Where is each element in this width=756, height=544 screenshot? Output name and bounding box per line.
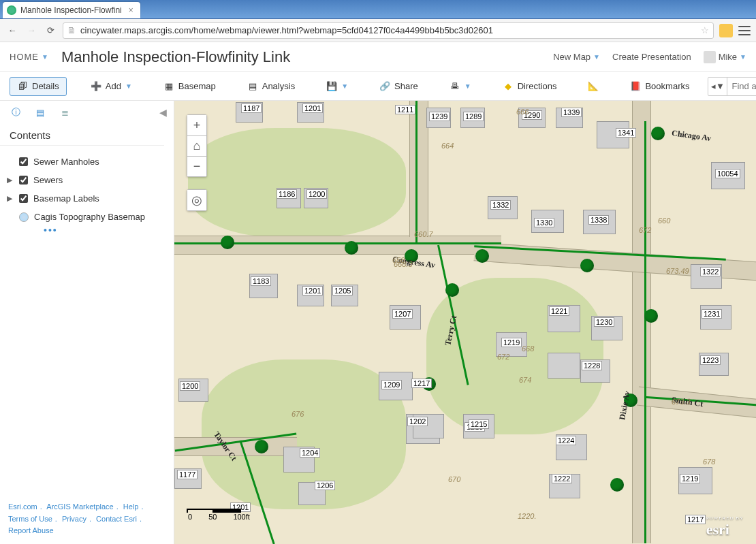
forward-button[interactable]: → xyxy=(25,24,38,37)
expand-icon[interactable]: ▶ xyxy=(7,176,12,185)
directions-icon: ◆ xyxy=(503,81,514,92)
manhole-marker[interactable] xyxy=(255,440,268,453)
bookmarks-button[interactable]: 📕Bookmarks xyxy=(623,77,697,96)
address-label: 1183 xyxy=(251,276,271,286)
save-button[interactable]: 💾▼ xyxy=(319,77,356,96)
footer-link[interactable]: ArcGIS Marketplace xyxy=(46,502,113,511)
browser-tab[interactable]: Manhole Inspection-Flowfini × xyxy=(3,2,140,18)
map-toolbar: 🗐Details ➕Add▼ ▦Basemap ▤Analysis 💾▼ 🔗Sh… xyxy=(0,72,756,101)
basemap-button[interactable]: ▦Basemap xyxy=(156,77,223,96)
manhole-marker[interactable] xyxy=(445,283,459,297)
create-presentation-link[interactable]: Create Presentation xyxy=(612,52,691,62)
new-map-menu[interactable]: New Map▼ xyxy=(553,52,600,62)
layer-options-ellipsis[interactable]: ••• xyxy=(0,225,174,236)
measure-icon: 📐 xyxy=(588,81,599,92)
address-label: 673.3 xyxy=(670,398,692,406)
home-extent-button[interactable]: ⌂ xyxy=(187,135,206,156)
back-button[interactable]: ← xyxy=(5,24,19,37)
address-label: 670 xyxy=(447,475,462,483)
address-label: 1220. xyxy=(516,512,538,520)
search-box: ◂▼ xyxy=(708,77,756,96)
address-label: 10054 xyxy=(715,169,740,178)
address-label: 1202 xyxy=(407,417,428,426)
close-tab-icon[interactable]: × xyxy=(129,5,133,15)
address-label: 1239 xyxy=(429,112,450,121)
search-scope-dropdown[interactable]: ◂▼ xyxy=(708,78,727,95)
address-label: 1200 xyxy=(180,381,200,391)
extension-icon[interactable] xyxy=(719,24,733,37)
address-label: 1222 xyxy=(552,474,572,483)
reload-button[interactable]: ⟳ xyxy=(44,24,57,37)
analysis-icon: ▤ xyxy=(247,81,258,92)
zoom-control: + ⌂ − xyxy=(187,114,207,177)
layer-sewers[interactable]: ▶ Sewers xyxy=(0,171,174,189)
footer-link[interactable]: Report Abuse xyxy=(8,526,54,534)
zoom-out-button[interactable]: − xyxy=(187,156,206,176)
measure-button[interactable]: 📐 xyxy=(580,77,606,96)
content-icon[interactable]: ▤ xyxy=(34,106,46,118)
analysis-button[interactable]: ▤Analysis xyxy=(240,77,302,96)
bookmark-star-icon[interactable]: ☆ xyxy=(701,25,709,35)
layer-sewer-manholes[interactable]: Sewer Manholes xyxy=(0,153,174,171)
address-label: 1338 xyxy=(588,215,609,225)
browser-toolbar: ← → ⟳ 🗎 cincywater.maps.arcgis.com/home/… xyxy=(0,19,756,42)
scale-bar: 0 50 100ft xyxy=(187,509,250,521)
manhole-marker[interactable] xyxy=(610,478,624,492)
legend-icon[interactable]: ≣ xyxy=(59,106,71,118)
manhole-marker[interactable] xyxy=(475,249,489,263)
layer-checkbox[interactable] xyxy=(19,157,28,166)
footer-links: Esri.com. ArcGIS Marketplace. Help. Term… xyxy=(0,494,174,544)
manhole-marker[interactable] xyxy=(580,259,594,272)
manhole-marker[interactable] xyxy=(221,236,234,249)
favicon-icon xyxy=(7,5,16,15)
layer-basemap-labels[interactable]: ▶ Basemap Labels xyxy=(0,189,174,208)
about-icon[interactable]: ⓘ xyxy=(10,106,22,118)
map-canvas[interactable]: Chicago AvCongress AvTerry CtTaylor CtDi… xyxy=(174,101,756,544)
footer-link[interactable]: Contact Esri xyxy=(96,515,137,523)
locate-control: ◎ xyxy=(187,189,207,211)
address-label: 1205 xyxy=(332,286,353,295)
zoom-in-button[interactable]: + xyxy=(187,115,206,135)
url-text: cincywater.maps.arcgis.com/home/webmap/v… xyxy=(80,25,493,35)
expand-icon[interactable]: ▶ xyxy=(7,194,12,203)
print-button[interactable]: 🖶▼ xyxy=(442,77,479,96)
address-label: 1215 xyxy=(469,419,489,429)
address-label: 1211 xyxy=(395,105,415,114)
address-label: 1204 xyxy=(300,448,320,458)
manhole-marker[interactable] xyxy=(651,127,665,140)
address-label: 1201 xyxy=(302,286,323,295)
layer-checkbox[interactable] xyxy=(19,176,28,185)
browser-menu-icon[interactable] xyxy=(738,26,751,35)
address-label: 1341 xyxy=(616,128,636,138)
address-label: 666 xyxy=(515,108,530,116)
search-input[interactable] xyxy=(727,78,756,95)
address-label: 1186 xyxy=(277,189,297,199)
footer-link[interactable]: Help xyxy=(123,502,139,511)
manhole-marker[interactable] xyxy=(345,241,358,255)
home-menu[interactable]: HOME▼ xyxy=(10,52,49,62)
address-label: 676 xyxy=(290,410,305,418)
collapse-panel-icon[interactable]: ◀ xyxy=(159,107,167,118)
plus-icon: ➕ xyxy=(91,81,101,92)
add-button[interactable]: ➕Add▼ xyxy=(83,77,140,96)
address-label: 1201 xyxy=(302,103,323,113)
footer-link[interactable]: Terms of Use xyxy=(8,515,52,523)
footer-link[interactable]: Esri.com xyxy=(8,502,37,511)
share-button[interactable]: 🔗Share xyxy=(372,77,426,96)
basemap-icon: ▦ xyxy=(163,81,174,92)
user-menu[interactable]: Mike▼ xyxy=(704,51,746,63)
address-label: 672 xyxy=(637,226,652,234)
details-button[interactable]: 🗐Details xyxy=(10,77,67,96)
address-label: 673.49 xyxy=(665,267,691,275)
address-bar[interactable]: 🗎 cincywater.maps.arcgis.com/home/webmap… xyxy=(63,22,714,39)
share-icon: 🔗 xyxy=(379,81,390,92)
layer-checkbox[interactable] xyxy=(19,194,28,203)
footer-link[interactable]: Privacy xyxy=(62,515,86,523)
app-header: HOME▼ Manhole Inspection-Flowfinity Link… xyxy=(0,42,756,72)
address-label: 1217 xyxy=(685,515,706,524)
directions-button[interactable]: ◆Directions xyxy=(495,77,565,96)
address-label: 1221 xyxy=(549,306,569,316)
manhole-marker[interactable] xyxy=(644,309,658,323)
locate-button[interactable]: ◎ xyxy=(187,190,206,210)
layer-cagis-basemap[interactable]: Cagis Topography Basemap xyxy=(0,208,174,226)
